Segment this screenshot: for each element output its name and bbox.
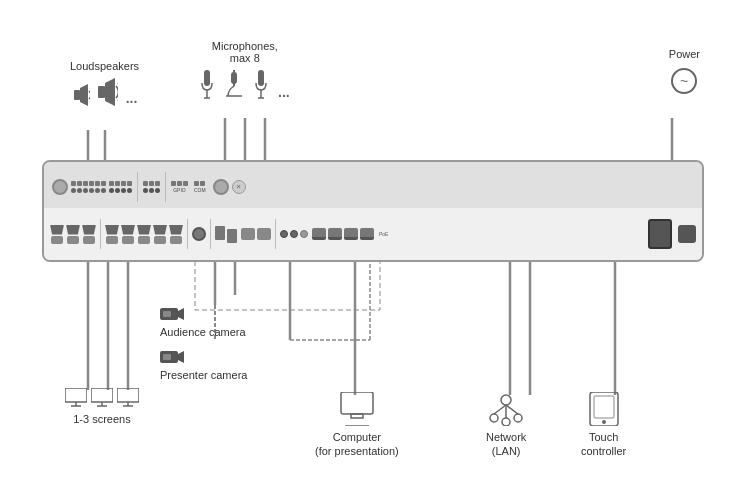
- svg-rect-39: [163, 311, 171, 317]
- svg-rect-30: [231, 72, 237, 84]
- microphone-section: Microphones, max 8: [200, 40, 290, 100]
- usb-port-group: [215, 226, 237, 243]
- network-section: Network (LAN): [486, 392, 526, 459]
- svg-rect-42: [163, 354, 171, 360]
- computer-label: Computer (for presentation): [315, 430, 399, 459]
- hdmi-port-group-2: [105, 225, 183, 244]
- device-box: GPIO COM ×: [42, 160, 704, 262]
- audience-camera-section: Audience camera: [160, 305, 246, 339]
- mic-icon-1: [200, 70, 214, 100]
- hdmi-port-group: [50, 225, 96, 244]
- svg-rect-46: [91, 388, 113, 402]
- more-mics-dots: ...: [278, 84, 290, 100]
- knob-port-2: [213, 179, 229, 195]
- more-speakers-dots: ...: [126, 90, 138, 106]
- svg-line-59: [494, 405, 506, 414]
- rj45-port-group: [312, 228, 374, 240]
- microphone-label: Microphones, max 8: [212, 40, 278, 64]
- power-icon: ~: [669, 66, 699, 96]
- svg-marker-38: [178, 308, 184, 320]
- svg-rect-64: [594, 396, 614, 418]
- audience-camera-label: Audience camera: [160, 325, 246, 339]
- right-power-ports: [648, 219, 696, 249]
- network-icon: [486, 392, 526, 426]
- svg-rect-32: [258, 70, 264, 86]
- com-label: COM: [194, 187, 206, 193]
- screen-icon-2: [91, 388, 113, 408]
- svg-rect-52: [341, 392, 373, 414]
- circular-port: [192, 227, 206, 241]
- touch-controller-icon: [586, 392, 622, 426]
- knob-port: [52, 179, 68, 195]
- loudspeaker-label: Loudspeakers: [70, 60, 139, 72]
- svg-marker-41: [178, 351, 184, 363]
- port-cluster-3: [143, 181, 160, 193]
- presenter-camera-icon: [160, 348, 184, 366]
- svg-rect-22: [74, 90, 80, 100]
- presenter-camera-section: Presenter camera: [160, 348, 247, 382]
- screen-icon-3: [117, 388, 139, 408]
- touch-controller-section: Touch controller: [581, 392, 626, 459]
- port-cluster-2: [109, 181, 132, 193]
- gpio-com-group: GPIO COM: [171, 181, 206, 193]
- network-label: Network (LAN): [486, 430, 526, 459]
- svg-rect-26: [204, 70, 210, 86]
- audio-jack-group: [280, 230, 308, 238]
- mic-icon-2: [224, 70, 244, 100]
- svg-text:~: ~: [680, 73, 688, 89]
- svg-rect-43: [65, 388, 87, 402]
- x-button[interactable]: ×: [232, 180, 246, 194]
- svg-rect-53: [351, 414, 363, 418]
- svg-point-63: [602, 420, 606, 424]
- screens-section: 1-3 screens: [65, 388, 139, 426]
- svg-line-61: [506, 405, 518, 414]
- poe-label: PoE: [379, 231, 388, 237]
- misc-port-group: [241, 228, 271, 240]
- svg-marker-25: [105, 78, 115, 106]
- bottom-port-row: PoE: [44, 208, 702, 260]
- loudspeaker-section: Loudspeakers ...: [70, 60, 139, 106]
- svg-rect-49: [117, 388, 139, 402]
- screens-label: 1-3 screens: [73, 412, 130, 426]
- svg-point-56: [490, 414, 498, 422]
- mic-icon-3: [254, 70, 268, 100]
- top-port-row: GPIO COM ×: [44, 162, 702, 212]
- svg-point-58: [514, 414, 522, 422]
- audience-camera-icon: [160, 305, 184, 323]
- computer-icon: [337, 392, 377, 426]
- diagram-container: Loudspeakers ... Microphones, max 8: [0, 0, 750, 502]
- iec-port: [648, 219, 672, 249]
- power-section: Power ~: [669, 48, 700, 96]
- svg-rect-24: [98, 86, 105, 98]
- dc-port: [678, 225, 696, 243]
- computer-section: Computer (for presentation): [315, 392, 399, 459]
- svg-point-57: [502, 418, 510, 426]
- audio-port-group: [71, 181, 106, 193]
- speaker-icon-2: [96, 78, 118, 106]
- touch-label: Touch controller: [581, 430, 626, 459]
- svg-point-55: [501, 395, 511, 405]
- power-label: Power: [669, 48, 700, 60]
- svg-rect-21: [195, 260, 380, 310]
- presenter-camera-label: Presenter camera: [160, 368, 247, 382]
- gpio-label: GPIO: [173, 187, 186, 193]
- screen-icon-1: [65, 388, 87, 408]
- speaker-icon-1: [72, 84, 90, 106]
- svg-marker-23: [80, 84, 88, 106]
